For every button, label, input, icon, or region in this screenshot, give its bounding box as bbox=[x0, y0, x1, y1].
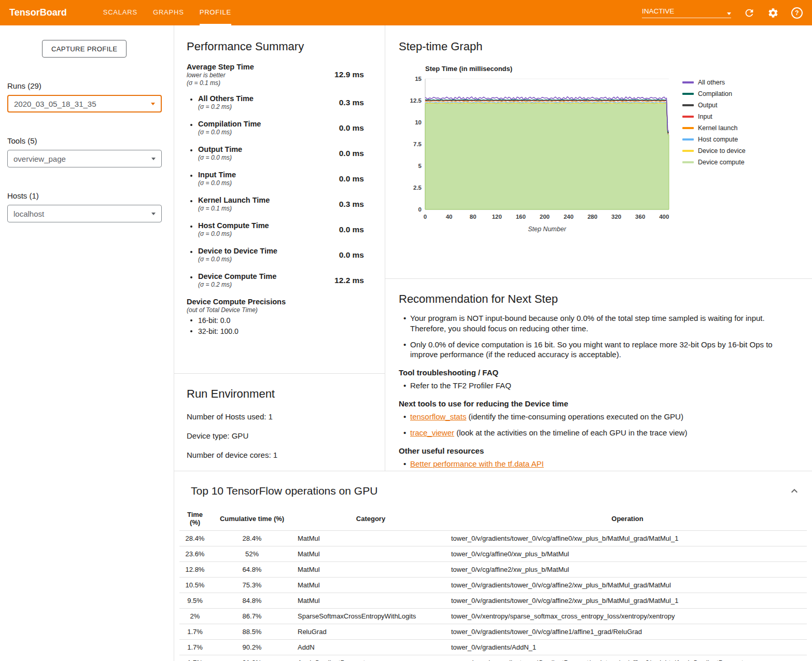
resources-list: Better performance with the tf.data API bbox=[399, 459, 794, 469]
cell-category: SparseSoftmaxCrossEntropyWithLogits bbox=[293, 609, 448, 624]
tools-select-value: overview_page bbox=[13, 154, 66, 163]
metric-name: Host Compute Time bbox=[198, 221, 334, 230]
main-content: Performance Summary Average Step Time lo… bbox=[174, 25, 812, 661]
metric-sigma: (σ = 0.1 ms) bbox=[187, 79, 329, 87]
chart-container: Step Time (in milliseconds) 02.557.51012… bbox=[404, 65, 812, 235]
cell-cumulative-pct: 86.7% bbox=[211, 609, 293, 624]
cell-category: MatMul bbox=[293, 593, 448, 609]
legend-swatch-icon bbox=[682, 93, 694, 95]
metric-name: All Others Time bbox=[198, 94, 334, 103]
tool-link-desc: (look at the activities on the timeline … bbox=[454, 428, 687, 437]
bullet-icon bbox=[190, 124, 192, 126]
legend-label: Kernel launch bbox=[698, 124, 737, 132]
chevron-up-icon[interactable] bbox=[788, 485, 801, 497]
cell-time-pct: 28.4% bbox=[179, 531, 211, 546]
bullet-icon bbox=[190, 200, 192, 202]
metric-value: 0.0 ms bbox=[339, 123, 364, 133]
cell-category: MatMul bbox=[293, 531, 448, 546]
legend-swatch-icon bbox=[682, 138, 694, 140]
cell-operation: tower_0/v/gradients/tower_0/v/cg/affine2… bbox=[448, 593, 807, 609]
settings-gear-icon[interactable] bbox=[767, 7, 779, 19]
step-time-chart: 02.557.51012.515040801201602002402803203… bbox=[404, 76, 674, 235]
table-column-header: Operation bbox=[448, 507, 807, 531]
legend-item: Device to device bbox=[682, 147, 746, 154]
refresh-icon[interactable] bbox=[744, 7, 755, 19]
tensorboard-app: TensorBoard SCALARS GRAPHS PROFILE INACT… bbox=[0, 0, 812, 661]
nav-tab[interactable]: SCALARS bbox=[103, 0, 137, 25]
app-title: TensorBoard bbox=[9, 7, 67, 18]
faq-item: Refer to the TF2 Profiler FAQ bbox=[410, 381, 794, 391]
recommendation-section: Recommendation for Next Step Your progra… bbox=[385, 279, 812, 471]
tool-link[interactable]: trace_viewer bbox=[410, 428, 454, 437]
chart-legend: All others Compilation bbox=[682, 79, 746, 170]
legend-swatch-icon bbox=[682, 116, 694, 118]
table-row: 10.5% 75.3% MatMul tower_0/v/gradients/t… bbox=[179, 578, 807, 593]
cell-category: ReluGrad bbox=[293, 624, 448, 640]
hosts-select[interactable]: localhost bbox=[7, 205, 162, 222]
hosts-label: Hosts (1) bbox=[7, 191, 174, 200]
svg-text:0: 0 bbox=[424, 214, 427, 220]
cell-cumulative-pct: 84.8% bbox=[211, 593, 293, 609]
capture-profile-button[interactable]: CAPTURE PROFILE bbox=[42, 40, 127, 58]
runs-select[interactable]: 2020_03_05_18_31_35 bbox=[7, 95, 162, 112]
cell-category: MatMul bbox=[293, 546, 448, 562]
svg-text:320: 320 bbox=[611, 214, 621, 220]
svg-text:280: 280 bbox=[587, 214, 597, 220]
status-dropdown[interactable]: INACTIVE bbox=[642, 7, 731, 18]
resource-link[interactable]: Better performance with the tf.data API bbox=[410, 459, 544, 468]
tools-select[interactable]: overview_page bbox=[7, 150, 162, 167]
precision-item: 16-bit: 0.0 bbox=[187, 316, 364, 325]
metric-value: 0.3 ms bbox=[339, 200, 364, 209]
top-ops-section: Top 10 TensorFlow operations on GPU Time… bbox=[174, 471, 812, 661]
metric-sigma: (σ = 0.1 ms) bbox=[198, 205, 334, 212]
performance-item: Compilation Time (σ = 0.0 ms) 0.0 ms bbox=[187, 120, 364, 136]
metric-note: lower is better bbox=[187, 72, 329, 79]
help-icon[interactable]: ? bbox=[791, 7, 803, 19]
topbar-actions: INACTIVE ? bbox=[642, 7, 803, 19]
legend-label: All others bbox=[698, 79, 725, 86]
cell-operation: tower_0/v/gradients/tower_0/v/cg/affine0… bbox=[448, 531, 807, 546]
tool-link[interactable]: tensorflow_stats bbox=[410, 412, 466, 421]
svg-text:12.5: 12.5 bbox=[410, 97, 422, 104]
right-column: Step-time Graph Step Time (in millisecon… bbox=[385, 25, 812, 471]
run-environment-line: Device type: GPU bbox=[187, 431, 372, 440]
svg-text:400: 400 bbox=[659, 214, 669, 220]
nav-tab[interactable]: PROFILE bbox=[200, 0, 231, 25]
precisions-subtitle: (out of Total Device Time) bbox=[187, 306, 364, 314]
performance-item: Output Time (σ = 0.0 ms) 0.0 ms bbox=[187, 145, 364, 161]
legend-label: Input bbox=[698, 113, 712, 120]
performance-item: Host Compute Time (σ = 0.0 ms) 0.0 ms bbox=[187, 221, 364, 237]
chevron-down-icon bbox=[727, 12, 731, 15]
performance-items: All Others Time (σ = 0.2 ms) 0.3 ms bbox=[187, 94, 364, 288]
table-column-header: Category bbox=[293, 507, 448, 531]
resources-heading: Other useful resources bbox=[399, 446, 794, 455]
cell-cumulative-pct: 90.2% bbox=[211, 640, 293, 655]
chevron-down-icon bbox=[151, 103, 155, 105]
metric-value: 12.9 ms bbox=[334, 70, 364, 79]
performance-item: Input Time (σ = 0.0 ms) 0.0 ms bbox=[187, 171, 364, 187]
top-ops-table: Time (%)Cumulative time (%)CategoryOpera… bbox=[179, 507, 807, 661]
nav-tab[interactable]: GRAPHS bbox=[153, 0, 184, 25]
svg-text:120: 120 bbox=[492, 214, 502, 220]
cell-operation: tower_0/v/xentropy/sparse_softmax_cross_… bbox=[448, 609, 807, 624]
metric-value: 0.0 ms bbox=[339, 149, 364, 158]
run-environment-lines: Number of Hosts used: 1Device type: GPUN… bbox=[187, 412, 372, 459]
legend-swatch-icon bbox=[682, 161, 694, 163]
cell-cumulative-pct: 88.5% bbox=[211, 624, 293, 640]
run-environment-line: Number of Hosts used: 1 bbox=[187, 412, 372, 421]
recommendation-bullet: Only 0.0% of device computation is 16 bi… bbox=[410, 340, 794, 360]
table-row: 12.8% 64.8% MatMul tower_0/v/cg/affine2/… bbox=[179, 562, 807, 578]
svg-text:10: 10 bbox=[415, 119, 422, 125]
performance-item: Device to Device Time (σ = 0.0 ms) 0.0 m… bbox=[187, 247, 364, 263]
table-column-header: Cumulative time (%) bbox=[211, 507, 293, 531]
legend-swatch-icon bbox=[682, 81, 694, 83]
cell-category: ApplyGradientDescent bbox=[293, 655, 448, 661]
chevron-down-icon bbox=[151, 213, 156, 215]
legend-item: Host compute bbox=[682, 136, 746, 143]
precision-item: 32-bit: 100.0 bbox=[187, 327, 364, 335]
legend-label: Host compute bbox=[698, 136, 738, 143]
svg-text:7.5: 7.5 bbox=[413, 141, 422, 147]
svg-text:5: 5 bbox=[418, 163, 422, 169]
metric-name: Kernel Launch Time bbox=[198, 196, 334, 204]
bullet-icon bbox=[190, 99, 192, 101]
